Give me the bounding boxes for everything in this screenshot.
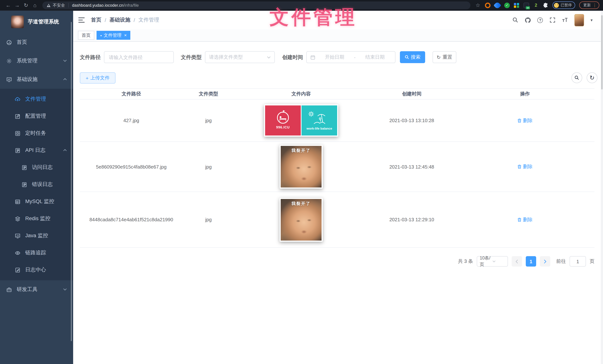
bookmark-star-icon[interactable]: ☆ — [475, 2, 481, 8]
file-preview-image[interactable]: 我裂开了 — [279, 198, 323, 241]
toggle-search-button[interactable] — [571, 72, 582, 83]
extension-grid-icon[interactable] — [514, 2, 520, 8]
dashboard-icon — [6, 40, 12, 45]
cell-file-content: 我裂开了 — [234, 198, 368, 241]
user-avatar[interactable] — [575, 14, 584, 26]
timer-icon — [15, 130, 20, 136]
gear-icon — [6, 58, 12, 64]
sidebar-item-java-monitor[interactable]: Java 监控 — [0, 227, 73, 244]
calendar-icon — [310, 55, 315, 60]
next-page-button[interactable] — [540, 256, 550, 267]
tab-home[interactable]: 首页 — [78, 31, 94, 40]
font-size-icon[interactable] — [562, 17, 568, 23]
profile-paused-pill[interactable]: 已暂停 — [553, 1, 575, 9]
create-time-label: 创建时间 — [282, 51, 303, 63]
chevron-up-icon — [63, 78, 67, 80]
extensions-puzzle-icon[interactable] — [543, 2, 548, 8]
delete-button[interactable]: 删除 — [517, 117, 533, 124]
extension-switch-icon[interactable]: on — [523, 2, 529, 8]
column-header-content: 文件内容 — [234, 91, 368, 97]
end-date-placeholder: 结束日期 — [359, 54, 391, 60]
tab-file-management[interactable]: ● 文件管理 × — [96, 31, 130, 40]
cell-actions: 删除 — [456, 117, 594, 124]
sidebar-item-scheduled-jobs[interactable]: 定时任务 — [0, 125, 73, 142]
sidebar-item-label: 文件管理 — [25, 96, 46, 102]
browser-reload-icon[interactable]: ↻ — [22, 2, 30, 8]
sidebar-item-redis-monitor[interactable]: Redis 监控 — [0, 210, 73, 227]
cell-created-time: 2021-03-13 13:10:28 — [368, 118, 455, 123]
page-size-select[interactable]: 10条/页 — [477, 256, 508, 267]
browser-back-icon[interactable]: ← — [4, 2, 13, 8]
delete-button[interactable]: 删除 — [517, 216, 533, 223]
browser-update-button[interactable]: 更新 ⋮ — [579, 1, 599, 9]
sidebar-scrollbar[interactable] — [71, 22, 72, 341]
current-page-button[interactable]: 1 — [526, 256, 536, 267]
tab-label: 文件管理 — [104, 32, 121, 38]
sidebar-toggle-icon[interactable] — [78, 17, 85, 23]
sidebar-item-api-log[interactable]: API 日志 — [0, 142, 73, 159]
trash-icon — [517, 217, 522, 222]
table-row: 5e8609290e915c4fa8b08e67.jpg jpg 我裂开了 20… — [80, 142, 594, 192]
table-header-row: 文件路径 文件类型 文件内容 创建时间 操作 — [80, 88, 594, 100]
fullscreen-icon[interactable] — [549, 17, 556, 23]
extension-kite-icon[interactable] — [493, 1, 501, 9]
paused-label: 已暂停 — [561, 3, 572, 8]
app-title: 芋道管理系统 — [28, 19, 59, 25]
trash-icon — [517, 118, 522, 123]
breadcrumb-home[interactable]: 首页 — [91, 17, 101, 23]
sidebar-item-config[interactable]: 配置管理 — [0, 108, 73, 125]
extension-orange-icon[interactable] — [485, 2, 490, 8]
browser-home-icon[interactable]: ⌂ — [30, 2, 39, 8]
reset-button[interactable]: ↻ 重置 — [433, 51, 456, 63]
toolbox-icon — [6, 287, 12, 292]
cell-file-type: jpg — [183, 164, 234, 170]
cell-actions: 删除 — [456, 163, 594, 170]
sidebar-item-infra[interactable]: 基础设施 — [0, 70, 73, 89]
date-range-picker[interactable]: 开始日期 - 结束日期 — [306, 51, 395, 63]
sidebar-item-mysql-monitor[interactable]: MySQL 监控 — [0, 193, 73, 210]
address-bar[interactable]: 不安全 dashboard.yudao.iocoder.cn/infra/fil… — [42, 1, 470, 9]
delete-button[interactable]: 删除 — [517, 163, 533, 170]
column-header-actions: 操作 — [456, 91, 594, 97]
sidebar-item-tracing[interactable]: 链路追踪 — [0, 244, 73, 261]
sidebar-item-dev-tools[interactable]: 研发工具 — [0, 280, 73, 299]
breadcrumb-infra[interactable]: 基础设施 — [110, 17, 130, 23]
extension-two-icon[interactable]: 2 — [533, 2, 539, 8]
search-icon[interactable] — [512, 17, 519, 23]
file-preview-image[interactable]: 996.ICU work-life balance — [264, 104, 338, 136]
sidebar-item-error-log[interactable]: 错误日志 — [0, 176, 73, 193]
plus-icon: + — [86, 75, 88, 81]
update-label: 更新 — [583, 3, 591, 8]
extension-green-check-icon[interactable]: ✓ — [504, 2, 510, 8]
file-type-select[interactable]: 请选择文件类型 — [205, 51, 275, 63]
file-path-input[interactable] — [104, 51, 174, 63]
close-icon[interactable]: × — [124, 33, 127, 38]
file-preview-image[interactable]: 我裂开了 — [279, 145, 323, 189]
baby-caption: 我裂开了 — [281, 148, 322, 153]
browser-forward-icon[interactable]: → — [13, 2, 22, 8]
search-button[interactable]: 搜索 — [400, 51, 425, 63]
breadcrumb-separator: / — [134, 17, 135, 23]
scrollbar-thumb[interactable] — [601, 15, 603, 90]
goto-page-input[interactable] — [569, 256, 586, 267]
github-icon[interactable] — [525, 17, 531, 23]
996icu-image: 996.ICU — [265, 105, 301, 136]
file-path-label: 文件路径 — [80, 51, 101, 63]
upload-file-button[interactable]: + 上传文件 — [80, 72, 116, 83]
page-scrollbar[interactable] — [601, 11, 603, 364]
sidebar-item-home[interactable]: 首页 — [0, 33, 73, 52]
sidebar-item-log-center[interactable]: 日志中心 — [0, 261, 73, 278]
sidebar-item-system[interactable]: 系统管理 — [0, 52, 73, 70]
browser-menu-icon[interactable]: ⋮ — [593, 3, 597, 7]
user-caret-icon[interactable]: ▾ — [591, 18, 593, 23]
log-icon — [22, 165, 27, 170]
sidebar-item-file-management[interactable]: 文件管理 — [0, 91, 73, 108]
table-row: 427.jpg jpg 996.ICU — [80, 100, 594, 142]
prev-page-button[interactable] — [512, 256, 522, 267]
sidebar-logo[interactable]: 芋道管理系统 — [0, 11, 73, 33]
help-icon[interactable]: ? — [537, 17, 543, 23]
url-path: /infra/file — [123, 3, 139, 7]
refresh-table-button[interactable]: ↻ — [587, 72, 597, 83]
sidebar-item-access-log[interactable]: 访问日志 — [0, 159, 73, 176]
layers-icon — [15, 216, 20, 221]
